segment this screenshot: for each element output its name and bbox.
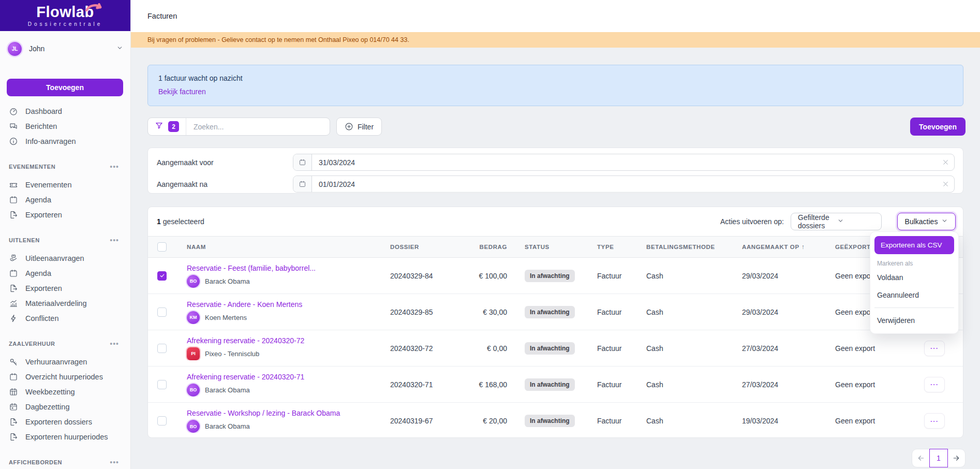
sidebar-add-button[interactable]: Toevoegen [7,79,123,96]
client-avatar: BO [187,384,200,397]
sidebar-item-exporteren-dossiers[interactable]: Exporteren dossiers [0,414,130,429]
previous-page-button[interactable] [912,449,929,467]
clear-date-icon[interactable] [937,159,954,166]
current-page-button[interactable]: 1 [929,449,947,467]
section-menu-icon[interactable]: ••• [110,459,119,466]
invoice-title-link[interactable]: Reservatie - Feest (familie, babyborrel.… [187,264,386,272]
dropdown-item-geannuleerd[interactable]: Geannuleerd [874,286,954,304]
column-header-bedrag[interactable]: BEDRAG [464,244,521,250]
sidebar-section-uitlenen: UITLENEN••• [0,232,130,247]
sidebar-item-overzicht-huurperiodes[interactable]: Overzicht huurperiodes [0,369,130,384]
aangemaakt-op-cell: 19/03/2024 [738,417,831,425]
invoice-title-link[interactable]: Afrekening reservatie - 20240320-72 [187,336,386,345]
dropdown-group-label-markeren-als: Markeren als [874,254,954,269]
sidebar-item-dagbezetting[interactable]: Dagbezetting [0,399,130,414]
sidebar-item-label: Exporteren huurperiodes [25,433,108,441]
column-header-aangemaakt-op[interactable]: AANGEMAAKT OP↑ [738,243,831,251]
aangemaakt-op-cell: 29/03/2024 [738,272,831,280]
row-actions-button[interactable]: ··· [924,413,945,429]
row-checkbox[interactable] [157,416,167,426]
column-header-type[interactable]: TYPE [593,244,642,250]
dropdown-item-verwijderen[interactable]: Verwijderen [874,312,954,329]
sidebar-item-info-aanvragen[interactable]: Info-aanvragen [0,134,130,149]
notice-title: 1 factuur wacht op nazicht [158,74,953,82]
column-header-status[interactable]: STATUS [521,244,593,250]
sidebar-item-berichten[interactable]: Berichten [0,119,130,134]
column-header-naam[interactable]: NAAM [179,244,386,250]
sidebar-item-agenda[interactable]: Agenda [0,192,130,207]
date-input[interactable]: 31/03/2024 [293,154,955,171]
active-filters-button[interactable]: 2 [148,118,186,135]
dropdown-item-voldaan[interactable]: Voldaan [874,269,954,286]
invoice-title-link[interactable]: Afrekening reservatie - 20240320-71 [187,373,386,381]
date-filter-label: Aangemaakt voor [157,158,293,167]
clear-date-icon[interactable] [937,181,954,187]
column-header-dossier[interactable]: DOSSIER [386,244,464,250]
sort-asc-icon: ↑ [801,243,805,251]
row-checkbox[interactable] [157,271,167,281]
add-invoice-button[interactable]: Toevoegen [910,118,966,136]
type-cell: Factuur [593,272,642,280]
scope-select[interactable]: Gefilterde dossiers [791,213,882,230]
row-checkbox[interactable] [157,380,167,389]
chevron-down-icon [116,44,123,53]
sidebar-item-dashboard[interactable]: Dashboard [0,104,130,119]
sidebar-item-label: Dashboard [25,107,62,115]
row-checkbox[interactable] [157,344,167,353]
section-menu-icon[interactable]: ••• [110,340,119,347]
sidebar-item-uitleenaanvragen[interactable]: Uitleenaanvragen [0,251,130,266]
contact-banner-text: Bij vragen of problemen - Gelieve contac… [147,36,409,43]
sidebar-item-weekbezetting[interactable]: Weekbezetting [0,384,130,399]
sidebar-item-exporteren[interactable]: Exporteren [0,207,130,222]
sidebar-item-label: Exporteren [25,211,62,219]
dossier-cell: 20240329-84 [386,272,464,280]
sidebar-nav: DashboardBerichtenInfo-aanvragenEVENEMEN… [0,104,130,469]
bulk-actions-button[interactable]: Bulkacties [897,213,956,230]
selected-count-text: 1 geselecteerd [157,217,720,226]
brand-tagline: Dossiercentrale [28,21,102,27]
next-page-button[interactable] [948,449,965,467]
betalingsmethode-cell: Cash [642,344,738,353]
invoice-title-link[interactable]: Reservatie - Andere - Koen Mertens [187,300,386,309]
sidebar-item-label: Info-aanvragen [25,137,76,145]
bulk-actions-dropdown: Exporteren als CSVMarkeren alsVoldaanGea… [870,231,959,334]
sidebar-item-exporteren-huurperiodes[interactable]: Exporteren huurperiodes [0,429,130,444]
sidebar-item-verhuuraanvragen[interactable]: Verhuuraanvragen [0,354,130,369]
sidebar-item-agenda[interactable]: Agenda [0,266,130,281]
client-name: Barack Obama [205,422,250,430]
select-all-checkbox[interactable] [157,242,167,252]
dropdown-item-exporteren-als-csv[interactable]: Exporteren als CSV [874,236,954,254]
sidebar-item-conflicten[interactable]: Conflicten [0,311,130,326]
dossier-cell: 20240319-67 [386,417,464,425]
date-input[interactable]: 01/01/2024 [293,175,955,193]
aangemaakt-op-cell: 27/03/2024 [738,344,831,353]
row-actions-button[interactable]: ··· [924,377,945,392]
user-menu[interactable]: JL John [8,39,123,58]
user-name: John [29,45,116,53]
type-cell: Factuur [593,344,642,353]
table-row: Reservatie - Andere - Koen MertensKMKoen… [148,294,963,330]
table-row: Afrekening reservatie - 20240320-71BOBar… [148,367,963,403]
invoice-title-link[interactable]: Reservatie - Workshop / lezing - Barack … [187,409,386,417]
client-name: Koen Mertens [205,314,247,321]
sidebar-item-evenementen[interactable]: Evenementen [0,177,130,192]
sidebar-item-label: Evenementen [25,181,71,189]
section-menu-icon[interactable]: ••• [110,237,119,244]
view-invoices-link[interactable]: Bekijk facturen [158,87,206,96]
client-name: Barack Obama [205,386,250,394]
row-checkbox[interactable] [157,307,167,317]
arrow-left-icon [917,454,925,462]
section-menu-icon[interactable]: ••• [110,163,119,170]
sidebar-item-exporteren[interactable]: Exporteren [0,281,130,296]
status-badge: In afwachting [525,378,575,391]
calendar-icon [9,269,18,278]
column-header-betalingsmethode[interactable]: BETALINGSMETHODE [642,244,738,250]
client-name: Barack Obama [205,277,250,285]
betalingsmethode-cell: Cash [642,417,738,425]
sidebar-item-materiaalverdeling[interactable]: Materiaalverdeling [0,296,130,311]
search-input[interactable] [186,118,330,135]
filter-count-badge: 2 [168,121,179,132]
type-cell: Factuur [593,380,642,389]
filter-button[interactable]: Filter [336,118,382,136]
row-actions-button[interactable]: ··· [924,341,945,356]
